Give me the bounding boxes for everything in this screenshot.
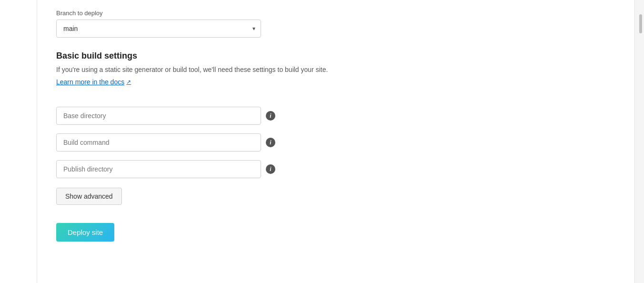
publish-directory-row: i	[56, 160, 615, 178]
left-sidebar	[0, 0, 37, 283]
external-link-icon: ↗	[126, 79, 131, 85]
base-directory-row: i	[56, 107, 615, 125]
publish-directory-input[interactable]	[56, 160, 261, 178]
show-advanced-button[interactable]: Show advanced	[56, 188, 122, 205]
publish-directory-info-icon[interactable]: i	[266, 164, 275, 174]
buttons-row: Show advanced Deploy site	[56, 188, 615, 242]
form-fields: i i i	[56, 107, 615, 178]
branch-select-wrapper: main develop staging production ▾	[56, 20, 261, 38]
learn-more-link[interactable]: Learn more in the docs ↗	[56, 78, 131, 86]
main-content: Branch to deploy main develop staging pr…	[37, 0, 634, 283]
build-command-row: i	[56, 133, 615, 152]
scrollbar-thumb[interactable]	[639, 14, 642, 33]
section-title: Basic build settings	[56, 51, 615, 61]
branch-select[interactable]: main develop staging production	[56, 20, 261, 38]
branch-section: Branch to deploy main develop staging pr…	[56, 10, 615, 38]
build-settings-section: Basic build settings If you're using a s…	[56, 51, 615, 97]
right-scrollbar	[634, 0, 644, 283]
base-directory-input[interactable]	[56, 107, 261, 125]
deploy-site-button[interactable]: Deploy site	[56, 223, 114, 242]
page-wrapper: Branch to deploy main develop staging pr…	[0, 0, 644, 283]
base-directory-info-icon[interactable]: i	[266, 111, 275, 121]
branch-label: Branch to deploy	[56, 10, 615, 17]
build-command-input[interactable]	[56, 133, 261, 152]
learn-more-label: Learn more in the docs	[56, 78, 124, 86]
build-command-info-icon[interactable]: i	[266, 138, 275, 147]
section-description: If you're using a static site generator …	[56, 65, 615, 75]
